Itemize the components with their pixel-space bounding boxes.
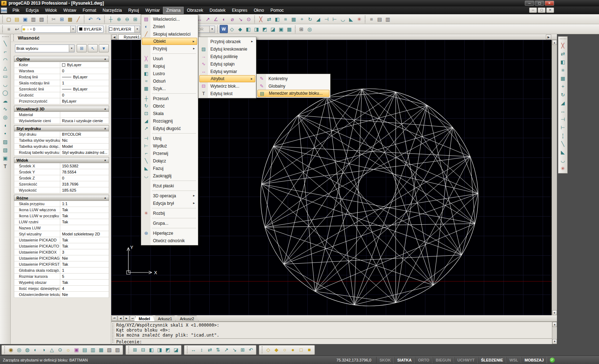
- ucs-z-axis-button[interactable]: ↘: [230, 346, 239, 354]
- fillet-button[interactable]: ◡: [559, 156, 567, 164]
- array-button[interactable]: ▦: [290, 15, 298, 23]
- polyline-button[interactable]: ⌐: [1, 47, 9, 56]
- shade-button[interactable]: ◍: [23, 346, 31, 354]
- property-value[interactable]: Nie: [60, 255, 109, 261]
- move-button[interactable]: ＋: [559, 82, 567, 90]
- text-button[interactable]: T: [1, 162, 9, 170]
- collapse-icon[interactable]: ▲: [104, 57, 107, 61]
- toggle-skok[interactable]: SKOK: [376, 357, 394, 363]
- view-top-button[interactable]: ⊞: [131, 346, 139, 354]
- layers-button[interactable]: ≡: [367, 15, 375, 23]
- cut-button[interactable]: ✂: [50, 15, 58, 23]
- menu-item-obroc[interactable]: ↻Obróć: [142, 102, 197, 110]
- fog-button[interactable]: ▥: [89, 346, 97, 354]
- view-front-button[interactable]: ▣: [277, 25, 285, 33]
- command-window-grip[interactable]: [112, 323, 114, 343]
- ucs-face-button[interactable]: ⇄: [206, 346, 214, 354]
- scroll-up-icon[interactable]: ▲: [552, 322, 557, 327]
- toolbar-grip[interactable]: [47, 15, 48, 23]
- menu-item-zmien[interactable]: ◐Zmień: [142, 23, 197, 30]
- property-value[interactable]: BYCOLOR: [60, 131, 109, 137]
- zoom-out-button[interactable]: ⊖: [123, 15, 131, 23]
- mirror-button[interactable]: ◧: [559, 58, 567, 66]
- menu-item-3d-operacja[interactable]: 3D operacja►: [142, 192, 197, 199]
- fillet-button[interactable]: ◡: [339, 15, 347, 23]
- undo-button[interactable]: ↶: [86, 15, 94, 23]
- hatch-button[interactable]: ▨: [1, 137, 9, 146]
- mdi-close-button[interactable]: ✕: [546, 7, 554, 13]
- view-se-isometric-button[interactable]: ◇: [228, 25, 236, 33]
- explode-button[interactable]: ✳: [559, 164, 567, 172]
- menu-item-lustro[interactable]: ◧Lustro: [142, 70, 197, 77]
- menubar-item-format[interactable]: Format: [80, 7, 99, 14]
- statistics-button[interactable]: ▧: [105, 346, 113, 354]
- property-value[interactable]: Rzuca i uzyskuje cienie: [60, 118, 109, 124]
- chamfer-button[interactable]: ◣: [559, 148, 567, 156]
- menu-item-zaokraglij[interactable]: ◡Zaokrąglij: [142, 172, 197, 180]
- toolbar-grip[interactable]: [254, 15, 256, 23]
- toolbar-grip[interactable]: [2, 25, 4, 33]
- property-value[interactable]: 0: [60, 175, 109, 181]
- menu-item-skala[interactable]: ⊡Skala: [142, 110, 197, 117]
- scale-button[interactable]: ◢: [314, 15, 322, 23]
- menu-item-odsun[interactable]: ≈Odsuń: [142, 77, 197, 85]
- offset-button[interactable]: ≡: [559, 66, 567, 74]
- layer-states-button[interactable]: ▤: [375, 15, 384, 23]
- section-header[interactable]: Widok▲: [14, 157, 109, 163]
- zoom-window-button[interactable]: ⊞: [131, 15, 139, 23]
- toggle-wsl[interactable]: WSL: [506, 357, 521, 363]
- property-value[interactable]: Tak: [60, 213, 109, 219]
- mdi-restore-button[interactable]: ▢: [538, 7, 546, 13]
- rotate-button[interactable]: ↻: [306, 15, 314, 23]
- property-value[interactable]: [60, 225, 109, 231]
- light-button[interactable]: ☼: [64, 346, 72, 354]
- command-window[interactable]: Róg/XYZ/Współczynnik skali X <1.000000>:…: [111, 322, 557, 344]
- explode-button[interactable]: ✳: [355, 15, 363, 23]
- paste-button[interactable]: ▩: [66, 15, 74, 23]
- property-value[interactable]: 5: [60, 274, 109, 279]
- menu-item-globalny[interactable]: ✎Globalny: [257, 82, 329, 90]
- named-views-button[interactable]: ⊞: [297, 25, 306, 33]
- line-button[interactable]: ╲: [1, 39, 9, 47]
- property-value[interactable]: ByLayer: [60, 98, 109, 104]
- close-button[interactable]: ✕: [545, 1, 554, 6]
- rotate-button[interactable]: ↻: [559, 90, 567, 99]
- dim-center-mark-button[interactable]: ⊙: [245, 15, 253, 23]
- material-button[interactable]: ▣: [72, 346, 81, 354]
- toolbar-grip[interactable]: [295, 25, 296, 33]
- view-bottom-button[interactable]: ◪: [269, 25, 277, 33]
- property-value[interactable]: [60, 112, 109, 118]
- quick-select-button[interactable]: ⊞: [77, 44, 87, 52]
- chamfer-button[interactable]: ◣: [347, 15, 355, 23]
- property-value[interactable]: 3: [60, 249, 109, 255]
- sheet-tab-arkusz1[interactable]: Arkusz1: [153, 316, 177, 321]
- section-header[interactable]: Ogólne▲: [14, 56, 109, 62]
- menu-item-edytuj-dlugosc[interactable]: ↗Edytuj długość: [142, 125, 197, 132]
- pan-button[interactable]: ┼: [107, 15, 115, 23]
- property-value[interactable]: 0: [60, 92, 109, 98]
- mirror-button[interactable]: ◧: [273, 15, 281, 23]
- toolbar-grip[interactable]: [2, 36, 9, 38]
- menu-item-przytnij-obrazek[interactable]: Przytnij obrazek►: [199, 38, 255, 45]
- menu-item-skopiuj-wlasciwosci[interactable]: ╱Skopiuj właściwości: [142, 30, 197, 38]
- property-value[interactable]: 185.625: [60, 187, 109, 193]
- background-button[interactable]: ▤: [81, 346, 89, 354]
- menubar-item-edycja[interactable]: Edycja: [22, 7, 42, 14]
- new-file-button[interactable]: ▢: [5, 15, 13, 23]
- property-value[interactable]: Nic: [60, 137, 109, 143]
- property-value[interactable]: Tak: [60, 237, 109, 243]
- next-sheet-button[interactable]: ▶: [124, 316, 129, 321]
- ucs-view-button[interactable]: ⇅: [214, 346, 222, 354]
- extend-button[interactable]: ⊢: [331, 15, 339, 23]
- region-button[interactable]: ▣: [1, 154, 9, 162]
- arc-button[interactable]: ◡: [1, 80, 9, 88]
- menu-item-edytuj-splajn[interactable]: ∿Edytuj splajn: [199, 60, 255, 68]
- select-objects-button[interactable]: ↖: [88, 44, 98, 52]
- view-sw-isometric-button[interactable]: ◆: [236, 25, 244, 33]
- offset-button[interactable]: ≡: [281, 15, 290, 23]
- view-bottom-button[interactable]: ⊟: [139, 346, 147, 354]
- rectangle-button[interactable]: ▭: [1, 72, 9, 80]
- circle-button[interactable]: ◯: [1, 88, 9, 97]
- sheet-tab-arkusz2[interactable]: Arkusz2: [175, 316, 199, 321]
- menu-item-wlasciwosci[interactable]: ▤Właściwości...: [142, 15, 197, 23]
